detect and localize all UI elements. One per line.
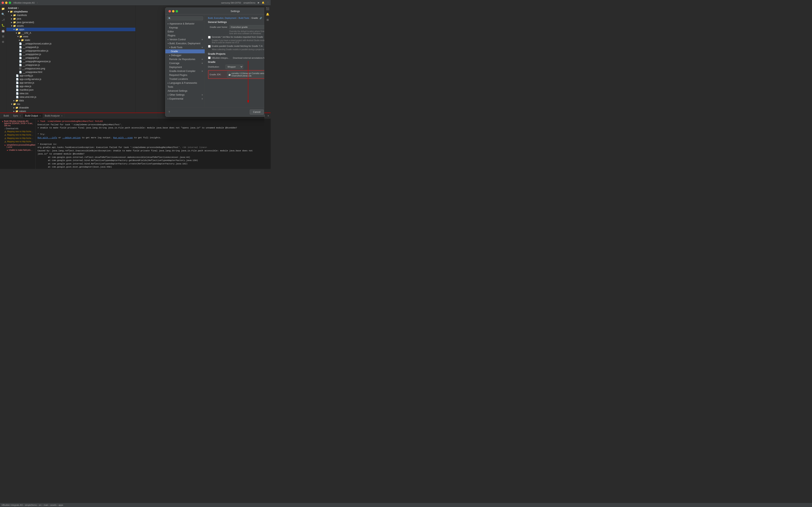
dsb-build-tools[interactable]: ▾ Build Tools ⊕ xyxy=(165,46,205,49)
folder-icon[interactable]: 📁 xyxy=(1,7,5,10)
build-left-map2[interactable]: ⚠ Mapping new ns http://schemas.android.… xyxy=(1,133,34,137)
breadcrumb-link-icon[interactable]: 🔗 xyxy=(259,17,262,19)
dsb-deployment[interactable]: Deployment xyxy=(165,65,205,69)
output-tab-close[interactable]: × xyxy=(40,115,41,117)
tree-file-4[interactable]: 📄 __uniapppicker.js xyxy=(6,53,135,56)
dsb-editor[interactable]: Editor xyxy=(165,30,205,34)
build-tab-build[interactable]: Build xyxy=(2,114,11,118)
tree-assets[interactable]: ▾📁 assets xyxy=(6,24,135,27)
dsb-tools[interactable]: Tools xyxy=(165,85,205,89)
build-left-download[interactable]: ↓ Download info xyxy=(1,127,34,130)
project-selector[interactable]: simpleDemo xyxy=(243,2,255,4)
dsb-build-exec[interactable]: ▾ Build, Execution, Deployment xyxy=(165,42,205,46)
analyzer-tab-close[interactable]: × xyxy=(61,115,62,117)
breadcrumb-build[interactable]: Build, Execution, Deployment xyxy=(208,17,236,19)
notification-button[interactable]: 🔔 xyxy=(262,1,265,4)
build-left-root[interactable]: ● Build HBuilder-Integrate-AS: failed At… xyxy=(1,120,34,127)
debug-icon[interactable]: 🐛 xyxy=(1,24,5,27)
build-tab-output[interactable]: Build Output × xyxy=(23,114,43,118)
gradle-home-input[interactable] xyxy=(229,25,265,29)
dialog-close[interactable] xyxy=(169,10,171,12)
dialog-minimize[interactable] xyxy=(172,10,174,12)
tree-app-service[interactable]: 📄 app-service.js xyxy=(6,81,135,84)
dsb-gradle[interactable]: Gradle xyxy=(165,49,205,53)
tree-res[interactable]: ▾📁 res xyxy=(6,102,135,106)
dsb-plugins[interactable]: Plugins xyxy=(165,34,205,38)
tree-app-config-svc[interactable]: 📄 app-config-service.js xyxy=(6,77,135,81)
layout-icon[interactable]: ⊞ xyxy=(267,18,269,21)
terminal-icon[interactable]: ⊞ xyxy=(2,35,4,38)
log-link-scan[interactable]: Run with --scan xyxy=(113,136,133,139)
build-action-close[interactable]: × xyxy=(268,114,269,117)
tree-file-3[interactable]: 📄 __uniappopenlocation.js xyxy=(6,49,135,53)
dsb-experimental[interactable]: ▸ Experimental ⊕ xyxy=(165,97,205,101)
log-link-debug[interactable]: --debug option xyxy=(62,136,80,139)
tree-apps[interactable]: ▾📁 apps xyxy=(6,27,135,31)
help-icon[interactable]: ? xyxy=(169,110,170,114)
tree-www[interactable]: ▾📁 www xyxy=(6,35,135,38)
device-selector[interactable]: samsung SM-G9750 xyxy=(221,2,241,4)
tree-data[interactable]: ▸📁 data xyxy=(6,99,135,102)
dsb-gradle-android[interactable]: Gradle-Android Compiler ⊕ xyxy=(165,69,205,73)
tree-drawable[interactable]: ▸📁 drawable xyxy=(6,106,135,109)
tree-file-img[interactable]: 🖼 __uniappsuccess.png xyxy=(6,67,135,70)
dsb-vcs[interactable]: ▸ Version Control ⊕ xyxy=(165,38,205,42)
bookmark-icon[interactable]: ⬛ xyxy=(266,7,269,10)
android-dropdown[interactable]: Android ▾ xyxy=(6,6,135,10)
dsb-advanced[interactable]: Advanced Settings xyxy=(165,89,205,93)
tree-file-1[interactable]: 📄 __uniappchooseLocation.js xyxy=(6,42,135,46)
tree-app-config[interactable]: 📄 app-config.js xyxy=(6,74,135,77)
close-button[interactable] xyxy=(2,2,4,4)
dsb-debugger[interactable]: ▸ Debugger xyxy=(165,53,205,57)
tree-java-gen[interactable]: ▸📁 java (generated) xyxy=(6,20,135,24)
tree-view-umd[interactable]: 📄 view.umd.min.js xyxy=(6,95,135,99)
dialog-maximize[interactable] xyxy=(176,10,178,12)
build-tab-analyzer[interactable]: Build Analyzer × xyxy=(43,114,65,118)
tree-root[interactable]: ▾ 📁 simpleDemo xyxy=(6,10,135,13)
dsb-lang-frameworks[interactable]: ▸ Languages & Frameworks xyxy=(165,81,205,85)
generate-iml-checkbox[interactable] xyxy=(208,36,211,39)
tree-file-2[interactable]: 📄 __uniappes6.js xyxy=(6,46,135,49)
gradle-jdk-dropdown[interactable]: ☕ corretto-1.8 Amazon Corretto version 1… xyxy=(227,71,265,78)
build-left-map3[interactable]: ⚠ Mapping new ns http://schemas.android.… xyxy=(1,137,34,140)
breadcrumb-buildtools[interactable]: Build Tools xyxy=(239,17,249,19)
notification-right-icon[interactable]: 🔔 xyxy=(266,13,269,16)
tree-file-7[interactable]: 📄 __uniappscan.js xyxy=(6,63,135,67)
build-left-simpledemo[interactable]: ● :simpleDemo:processDebugMainManifest 1… xyxy=(1,144,34,149)
maximize-button[interactable] xyxy=(9,2,11,4)
distribution-select[interactable]: Wrapper Local xyxy=(225,65,243,69)
build-left-map4[interactable]: ⚠ Mapping new ns http://schemas.android.… xyxy=(1,140,34,144)
tree-view-css[interactable]: 📄 view.css xyxy=(6,92,135,95)
settings-icon[interactable]: ⚙ xyxy=(2,40,4,44)
dsb-keymap[interactable]: Keymap xyxy=(165,26,205,30)
tree-static[interactable]: ▸📁 static xyxy=(6,38,135,42)
tree-manifests[interactable]: ▸📁 manifests xyxy=(6,13,135,17)
dsb-coverage[interactable]: Coverage ⊕ xyxy=(165,61,205,65)
project-checkbox[interactable] xyxy=(208,57,211,59)
dsb-other[interactable]: ▸ Other Settings ⊕ xyxy=(165,93,205,97)
parallel-checkbox[interactable] xyxy=(208,45,211,48)
dsb-remote-jar[interactable]: Remote Jar Repositories ⊕ xyxy=(165,57,205,61)
tree-file-5[interactable]: 📄 __uniappquill.js xyxy=(6,56,135,60)
build-left-map1[interactable]: ⚠ Mapping new ns http://schemas.android.… xyxy=(1,130,34,133)
cancel-button[interactable]: Cancel xyxy=(250,109,264,115)
dsb-trusted-locations[interactable]: Trusted Locations xyxy=(165,77,205,81)
tree-app-view[interactable]: 📄 app-view.js xyxy=(6,84,135,88)
tree-file-html[interactable]: 📄 __uniappview.html xyxy=(6,70,135,74)
dialog-search-input[interactable] xyxy=(167,16,203,20)
run-button[interactable]: ▶ xyxy=(258,1,259,4)
dsb-appearance[interactable]: ▸ Appearance & Behavior xyxy=(165,22,205,26)
git-icon[interactable]: ⎇ xyxy=(2,18,5,21)
tree-java[interactable]: ▸📁 java xyxy=(6,17,135,20)
minimize-button[interactable] xyxy=(5,2,7,4)
build-tab-sync[interactable]: Sync × xyxy=(11,114,23,118)
tree-manifest-json[interactable]: 📄 manifest.json xyxy=(6,88,135,92)
sync-tab-close[interactable]: × xyxy=(20,115,21,117)
android-icon[interactable]: 🤖 xyxy=(1,29,5,33)
menu-button[interactable]: ⋮ xyxy=(267,1,269,4)
tree-file-6[interactable]: 📄 __uniappqllimageresizer.js xyxy=(6,60,135,63)
search-icon[interactable]: 🔍 xyxy=(1,13,5,16)
build-left-unable[interactable]: ● Unable to make field private final jav… xyxy=(1,149,34,152)
dsb-required-plugins[interactable]: Required Plugins xyxy=(165,73,205,77)
log-link-info[interactable]: Run with --info xyxy=(38,136,57,139)
